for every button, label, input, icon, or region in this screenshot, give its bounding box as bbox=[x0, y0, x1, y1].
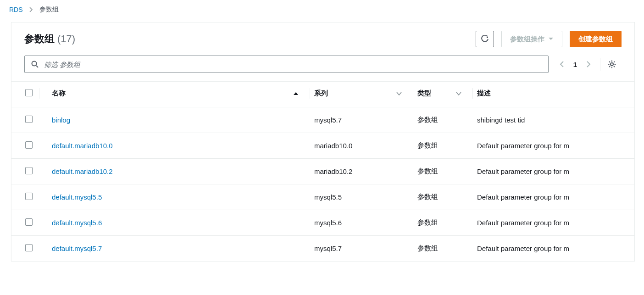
parameter-group-name-link[interactable]: default.mysql5.6 bbox=[52, 219, 102, 227]
refresh-icon bbox=[481, 35, 489, 43]
breadcrumb-root[interactable]: RDS bbox=[9, 6, 23, 13]
table-row: default.mysql5.7mysql5.7参数组Default param… bbox=[11, 236, 634, 262]
panel-title-text: 参数组 bbox=[24, 32, 55, 46]
row-description: Default parameter group for m bbox=[477, 193, 569, 201]
row-type: 参数组 bbox=[417, 244, 438, 252]
row-family: mysql5.5 bbox=[314, 193, 342, 201]
svg-line-7 bbox=[609, 61, 610, 62]
svg-line-9 bbox=[609, 66, 610, 67]
row-description: Default parameter group for m bbox=[477, 167, 569, 175]
row-description: Default parameter group for m bbox=[477, 245, 569, 252]
gear-icon bbox=[608, 60, 616, 68]
actions-label: 参数组操作 bbox=[510, 35, 544, 44]
row-type: 参数组 bbox=[417, 218, 438, 226]
pager: 1 bbox=[552, 58, 622, 71]
row-checkbox[interactable] bbox=[25, 167, 33, 174]
column-select-all bbox=[11, 82, 39, 107]
panel-header: 参数组 (17) 参数组操作 创建参数组 bbox=[11, 22, 634, 51]
row-type: 参数组 bbox=[417, 141, 438, 149]
search-icon bbox=[31, 61, 39, 68]
create-parameter-group-button[interactable]: 创建参数组 bbox=[570, 31, 622, 47]
row-checkbox[interactable] bbox=[25, 244, 33, 251]
row-description: shibingd test tid bbox=[477, 116, 525, 124]
row-family: mariadb10.2 bbox=[314, 167, 352, 175]
search-input[interactable] bbox=[44, 61, 544, 68]
svg-line-1 bbox=[36, 66, 38, 67]
row-description: Default parameter group for m bbox=[477, 142, 569, 150]
caret-down-icon bbox=[548, 37, 554, 41]
pager-next-button[interactable] bbox=[584, 59, 593, 69]
row-checkbox[interactable] bbox=[25, 218, 33, 226]
table-row: default.mariadb10.0mariadb10.0参数组Default… bbox=[11, 133, 634, 159]
row-type: 参数组 bbox=[417, 167, 438, 175]
panel-title: 参数组 (17) bbox=[24, 32, 468, 46]
svg-line-8 bbox=[614, 66, 615, 67]
parameter-group-name-link[interactable]: default.mariadb10.2 bbox=[52, 167, 113, 175]
row-description: Default parameter group for m bbox=[477, 219, 569, 227]
sort-asc-icon bbox=[293, 91, 299, 96]
column-description-label: 描述 bbox=[477, 89, 491, 97]
column-header-name[interactable]: 名称 bbox=[39, 82, 310, 107]
column-name-label: 名称 bbox=[52, 89, 66, 98]
pager-current-page: 1 bbox=[571, 61, 580, 68]
row-family: mariadb10.0 bbox=[314, 142, 352, 150]
table-row: default.mariadb10.2mariadb10.2参数组Default… bbox=[11, 159, 634, 184]
row-type: 参数组 bbox=[417, 193, 438, 200]
pager-prev-button[interactable] bbox=[558, 59, 566, 69]
parameter-group-name-link[interactable]: default.mysql5.7 bbox=[52, 245, 102, 252]
select-all-checkbox[interactable] bbox=[25, 89, 33, 96]
row-checkbox[interactable] bbox=[25, 116, 33, 123]
breadcrumb: RDS 参数组 bbox=[0, 0, 644, 22]
row-checkbox[interactable] bbox=[25, 193, 33, 200]
column-type-label: 类型 bbox=[417, 89, 431, 98]
sort-none-icon bbox=[456, 91, 461, 96]
svg-point-0 bbox=[32, 61, 37, 66]
column-header-type[interactable]: 类型 bbox=[413, 82, 472, 107]
table-row: default.mysql5.6mysql5.6参数组Default param… bbox=[11, 210, 634, 236]
svg-point-2 bbox=[611, 63, 613, 66]
parameter-groups-panel: 参数组 (17) 参数组操作 创建参数组 bbox=[11, 22, 635, 262]
panel-toolbar: 1 bbox=[11, 51, 634, 82]
actions-dropdown-button[interactable]: 参数组操作 bbox=[501, 31, 562, 47]
table-row: default.mysql5.5mysql5.5参数组Default param… bbox=[11, 184, 634, 210]
row-checkbox[interactable] bbox=[25, 141, 33, 149]
refresh-button[interactable] bbox=[476, 31, 494, 47]
table-row: binlogmysql5.7参数组shibingd test tid bbox=[11, 107, 634, 133]
breadcrumb-current: 参数组 bbox=[39, 6, 59, 14]
row-type: 参数组 bbox=[417, 116, 438, 123]
sort-none-icon bbox=[396, 91, 402, 96]
panel-count: (17) bbox=[57, 33, 75, 45]
column-header-description: 描述 bbox=[472, 82, 634, 107]
column-header-family[interactable]: 系列 bbox=[310, 82, 413, 107]
parameter-group-name-link[interactable]: binlog bbox=[52, 116, 70, 124]
search-field[interactable] bbox=[24, 56, 549, 73]
row-family: mysql5.7 bbox=[314, 245, 342, 252]
row-family: mysql5.6 bbox=[314, 219, 342, 227]
row-family: mysql5.7 bbox=[314, 116, 342, 124]
chevron-right-icon bbox=[29, 7, 33, 12]
divider bbox=[600, 58, 600, 71]
settings-button[interactable] bbox=[608, 60, 616, 68]
create-label: 创建参数组 bbox=[578, 35, 613, 44]
parameter-group-name-link[interactable]: default.mariadb10.0 bbox=[52, 142, 113, 150]
svg-line-10 bbox=[614, 61, 615, 62]
parameter-groups-table: 名称 系列 bbox=[11, 82, 634, 261]
parameter-group-name-link[interactable]: default.mysql5.5 bbox=[52, 193, 102, 201]
column-family-label: 系列 bbox=[314, 89, 328, 98]
